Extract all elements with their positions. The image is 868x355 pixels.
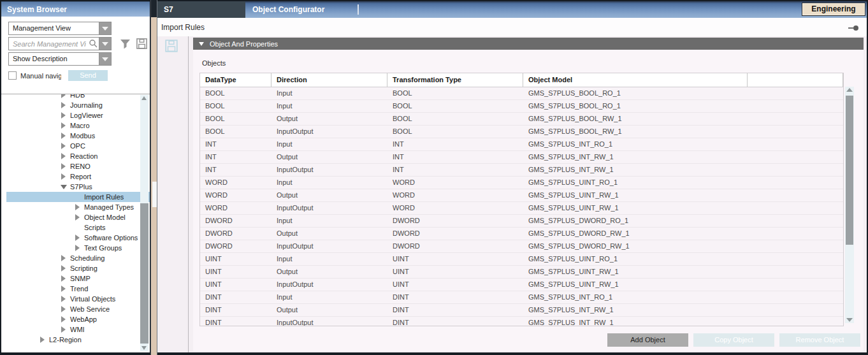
scroll-down-icon[interactable]	[846, 318, 853, 322]
chevron-collapsed-icon[interactable]	[73, 203, 82, 212]
panel-header[interactable]: Object And Properties	[193, 38, 864, 50]
chevron-collapsed-icon[interactable]	[59, 94, 68, 99]
tree-item-l2-region[interactable]: L2-Region	[6, 335, 150, 345]
chevron-collapsed-icon[interactable]	[59, 142, 68, 150]
tree-item-s7plus[interactable]: S7Plus	[6, 182, 150, 192]
view-selector[interactable]: Management View	[8, 22, 99, 35]
save-search-button[interactable]	[136, 38, 148, 50]
tree-item-webapp[interactable]: WebApp	[6, 314, 150, 324]
chevron-collapsed-icon[interactable]	[59, 163, 68, 171]
table-row[interactable]: DWORDOutputDWORDGMS_S7PLUS_DWORD_RW_1	[200, 228, 843, 240]
chevron-collapsed-icon[interactable]	[59, 315, 68, 324]
tree-scrollbar[interactable]	[140, 95, 148, 351]
display-mode-selector[interactable]: Show Description	[8, 52, 99, 66]
table-row[interactable]: BOOLInputBOOLGMS_S7PLUS_BOOL_RO_1	[200, 87, 843, 100]
table-row[interactable]: UINTInputOutputUINTGMS_S7PLUS_UINT_RW_1	[200, 279, 843, 291]
chevron-expanded-icon[interactable]	[59, 183, 68, 191]
engineering-mode-button[interactable]: Engineering	[802, 3, 865, 16]
column-header-datatype[interactable]: DataType	[200, 73, 271, 87]
tab-object-configurator[interactable]: Object Configurator	[245, 1, 341, 18]
table-row[interactable]: DINTInputDINTGMS_S7PLUS_INT_RO_1	[200, 291, 843, 304]
table-row[interactable]: BOOLOutputBOOLGMS_S7PLUS_BOOL_RW_1	[200, 113, 843, 126]
tree-item-import-rules[interactable]: Import Rules	[6, 192, 150, 202]
table-row[interactable]: DINTOutputDINTGMS_S7PLUS_INT_RW_1	[200, 304, 843, 317]
save-button[interactable]	[164, 39, 178, 53]
copy-object-button[interactable]: Copy Object	[693, 333, 774, 347]
chevron-collapsed-icon[interactable]	[59, 173, 68, 181]
add-object-button[interactable]: Add Object	[607, 333, 688, 347]
chevron-collapsed-icon[interactable]	[59, 264, 68, 273]
tree-item-modbus[interactable]: Modbus	[6, 131, 150, 141]
chevron-collapsed-icon[interactable]	[59, 152, 68, 161]
table-row[interactable]: WORDInputWORDGMS_S7PLUS_UINT_RO_1	[200, 177, 843, 189]
tab-s7[interactable]: S7	[157, 1, 245, 18]
chevron-collapsed-icon[interactable]	[73, 214, 82, 222]
table-scrollbar[interactable]	[845, 87, 854, 323]
table-row[interactable]: UINTOutputUINTGMS_S7PLUS_UINT_RW_1	[200, 266, 843, 279]
chevron-collapsed-icon[interactable]	[59, 285, 68, 293]
tree-item-trend[interactable]: Trend	[6, 284, 150, 294]
chevron-collapsed-icon[interactable]	[59, 326, 68, 334]
filter-button[interactable]	[120, 38, 131, 50]
tree-item-opc[interactable]: OPC	[6, 141, 150, 151]
chevron-collapsed-icon[interactable]	[59, 122, 68, 130]
chevron-collapsed-icon[interactable]	[59, 295, 68, 303]
tree-item-text-groups[interactable]: Text Groups	[6, 243, 150, 253]
tree-item-web-service[interactable]: Web Service	[6, 304, 150, 314]
tree-item-journaling[interactable]: Journaling	[6, 100, 150, 110]
column-header-object-model[interactable]: Object Model	[523, 73, 748, 87]
table-row[interactable]: DWORDInputDWORDGMS_S7PLUS_DWORD_RO_1	[200, 215, 843, 228]
tree-item-hdb[interactable]: HDB	[6, 94, 150, 100]
pin-icon[interactable]	[848, 25, 858, 31]
table-row[interactable]: INTOutputINTGMS_S7PLUS_INT_RW_1	[200, 151, 843, 164]
tree-item-scripting[interactable]: Scripting	[6, 263, 150, 273]
chevron-collapsed-icon[interactable]	[38, 336, 47, 344]
scroll-up-icon[interactable]	[141, 96, 147, 100]
chevron-collapsed-icon[interactable]	[59, 101, 68, 110]
chevron-collapsed-icon[interactable]	[73, 234, 82, 242]
column-header-direction[interactable]: Direction	[271, 73, 387, 87]
tree-item-snmp[interactable]: SNMP	[6, 273, 150, 284]
table-row[interactable]: UINTInputUINTGMS_S7PLUS_UINT_RO_1	[200, 253, 843, 266]
manual-navigation-checkbox[interactable]	[8, 71, 17, 80]
table-row[interactable]: WORDInputOutputWORDGMS_S7PLUS_UINT_RW_1	[200, 202, 843, 215]
scroll-down-icon[interactable]	[141, 346, 147, 350]
splitter-drag-handle[interactable]	[152, 182, 157, 207]
tree-item-logviewer[interactable]: LogViewer	[6, 110, 150, 120]
scroll-up-icon[interactable]	[846, 88, 853, 92]
table-row[interactable]: DINTInputOutputDINTGMS_S7PLUS_INT_RW_1	[200, 317, 843, 326]
chevron-collapsed-icon[interactable]	[73, 244, 82, 252]
view-selector-dropdown-button[interactable]	[99, 22, 112, 35]
table-row[interactable]: BOOLInputOutputBOOLGMS_S7PLUS_BOOL_RW_1	[200, 126, 843, 138]
column-header-transformation-type[interactable]: Transformation Type	[387, 73, 523, 87]
column-header-empty[interactable]	[748, 73, 843, 87]
tree-item-report[interactable]: Report	[6, 171, 150, 182]
chevron-collapsed-icon[interactable]	[59, 132, 68, 140]
tree-item-scheduling[interactable]: Scheduling	[6, 253, 150, 263]
chevron-collapsed-icon[interactable]	[59, 254, 68, 263]
search-dropdown-button[interactable]	[99, 37, 112, 50]
table-row[interactable]: WORDOutputWORDGMS_S7PLUS_UINT_RW_1	[200, 189, 843, 202]
tree-item-macro[interactable]: Macro	[6, 120, 150, 131]
tree-item-software-options[interactable]: Software Options	[6, 233, 150, 243]
tree-item-managed-types[interactable]: Managed Types	[6, 202, 150, 212]
tree-item-scripts[interactable]: Scripts	[6, 222, 150, 233]
table-row[interactable]: INTInputINTGMS_S7PLUS_INT_RO_1	[200, 138, 843, 151]
chevron-collapsed-icon[interactable]	[59, 275, 68, 283]
table-row[interactable]: DWORDInputOutputDWORDGMS_S7PLUS_DWORD_RW…	[200, 240, 843, 253]
tree-scrollbar-thumb[interactable]	[140, 203, 148, 344]
tree-item-reaction[interactable]: Reaction	[6, 151, 150, 161]
remove-object-button[interactable]: Remove Object	[779, 333, 860, 347]
tree-item-object-model[interactable]: Object Model	[6, 212, 150, 222]
tree-item-wmi[interactable]: WMI	[6, 324, 150, 335]
display-mode-dropdown-button[interactable]	[99, 52, 112, 66]
chevron-collapsed-icon[interactable]	[59, 112, 68, 120]
panel-splitter[interactable]	[150, 0, 157, 355]
table-row[interactable]: BOOLInputBOOLGMS_S7PLUS_BOOL_RO_1	[200, 100, 843, 113]
search-input[interactable]	[8, 37, 99, 50]
tree-item-reno[interactable]: RENO	[6, 161, 150, 171]
table-row[interactable]: INTInputOutputINTGMS_S7PLUS_INT_RW_1	[200, 164, 843, 177]
table-scrollbar-thumb[interactable]	[846, 96, 853, 245]
send-button[interactable]: Send	[68, 70, 108, 81]
chevron-collapsed-icon[interactable]	[59, 305, 68, 314]
